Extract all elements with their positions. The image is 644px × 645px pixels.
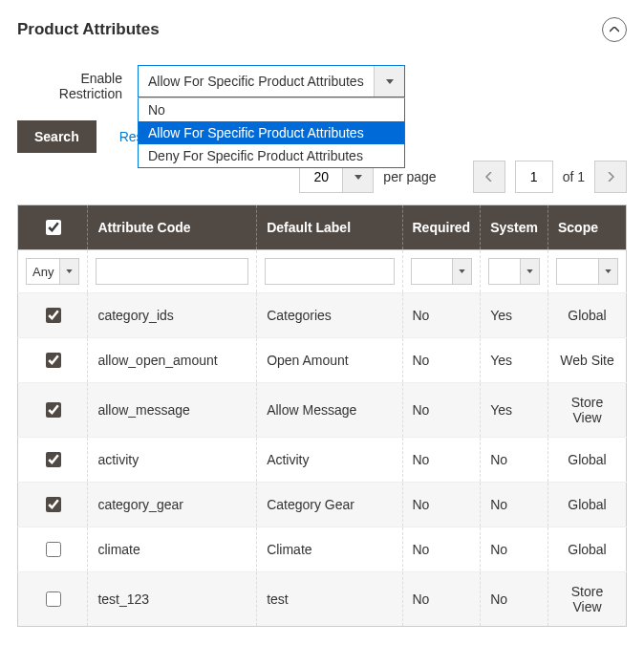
cell-attribute-code: allow_message	[88, 383, 257, 438]
cell-default-label: test	[257, 572, 402, 627]
caret-down-icon	[66, 269, 73, 273]
table-row[interactable]: test_123testNoNoStore View	[18, 572, 627, 627]
filter-attribute-code[interactable]	[96, 258, 248, 285]
table-row[interactable]: category_gearCategory GearNoNoGlobal	[18, 483, 627, 527]
cell-required: No	[402, 572, 481, 627]
filter-required-arrow[interactable]	[452, 259, 471, 284]
row-checkbox[interactable]	[46, 591, 61, 607]
table-row[interactable]: activityActivityNoNoGlobal	[18, 438, 627, 483]
cell-system: No	[481, 572, 548, 627]
enable-restriction-option[interactable]: Deny For Specific Product Attributes	[139, 144, 404, 167]
cell-required: No	[402, 527, 481, 572]
cell-scope: Web Site	[548, 338, 627, 383]
caret-down-icon	[354, 175, 362, 180]
page-title: Product Attributes	[17, 20, 160, 39]
cell-system: Yes	[481, 383, 548, 438]
cell-attribute-code: climate	[88, 527, 257, 572]
table-row[interactable]: allow_messageAllow MessageNoYesStore Vie…	[18, 383, 627, 438]
cell-default-label: Open Amount	[257, 338, 402, 383]
cell-system: No	[481, 438, 548, 483]
total-pages: of 1	[563, 169, 585, 184]
cell-attribute-code: test_123	[88, 572, 257, 627]
filter-checkbox-mode-value: Any	[27, 259, 59, 284]
cell-attribute-code: category_ids	[88, 293, 257, 338]
table-row[interactable]: category_idsCategoriesNoYesGlobal	[18, 293, 627, 338]
enable-restriction-select[interactable]: Allow For Specific Product Attributes	[138, 65, 405, 97]
cell-scope: Global	[548, 438, 627, 483]
row-checkbox[interactable]	[46, 497, 61, 512]
table-row[interactable]: allow_open_amountOpen AmountNoYesWeb Sit…	[18, 338, 627, 383]
caret-down-icon	[386, 79, 394, 84]
cell-default-label: Categories	[257, 293, 402, 338]
cell-system: No	[481, 527, 548, 572]
filter-system[interactable]	[488, 258, 540, 285]
filter-scope[interactable]	[556, 258, 618, 285]
search-button[interactable]: Search	[17, 120, 97, 153]
enable-restriction-option[interactable]: Allow For Specific Product Attributes	[139, 121, 404, 144]
cell-default-label: Allow Message	[257, 383, 402, 438]
enable-restriction-label: Enable Restriction	[27, 65, 122, 101]
column-header-checkbox	[18, 205, 88, 250]
cell-default-label: Activity	[257, 438, 402, 483]
row-checkbox[interactable]	[46, 402, 61, 418]
cell-default-label: Climate	[257, 527, 402, 572]
cell-required: No	[402, 293, 481, 338]
cell-attribute-code: category_gear	[88, 483, 257, 527]
cell-required: No	[402, 438, 481, 483]
cell-default-label: Category Gear	[257, 483, 402, 527]
filter-scope-value	[557, 259, 598, 284]
filter-required[interactable]	[411, 258, 473, 285]
chevron-up-icon	[610, 27, 619, 32]
current-page-input[interactable]	[515, 161, 553, 193]
row-checkbox[interactable]	[46, 542, 61, 557]
per-page-label: per page	[383, 169, 436, 184]
filter-default-label[interactable]	[265, 258, 394, 285]
cell-scope: Store View	[548, 572, 627, 627]
column-header-required[interactable]: Required	[402, 205, 481, 250]
select-all-checkbox[interactable]	[46, 220, 61, 235]
caret-down-icon	[605, 269, 612, 273]
chevron-right-icon	[608, 172, 614, 182]
cell-system: Yes	[481, 293, 548, 338]
filter-scope-arrow[interactable]	[598, 259, 617, 284]
cell-scope: Store View	[548, 383, 627, 438]
row-checkbox[interactable]	[46, 308, 61, 323]
enable-restriction-option[interactable]: No	[139, 98, 404, 121]
column-header-system[interactable]: System	[481, 205, 548, 250]
enable-restriction-dropdown: NoAllow For Specific Product AttributesD…	[138, 97, 405, 168]
cell-required: No	[402, 383, 481, 438]
cell-scope: Global	[548, 483, 627, 527]
collapse-toggle[interactable]	[602, 17, 627, 42]
cell-scope: Global	[548, 293, 627, 338]
cell-required: No	[402, 338, 481, 383]
filter-system-value	[489, 259, 520, 284]
row-checkbox[interactable]	[46, 353, 61, 368]
enable-restriction-value: Allow For Specific Product Attributes	[139, 66, 374, 97]
cell-system: No	[481, 483, 548, 527]
column-header-attribute-code[interactable]: Attribute Code	[88, 205, 257, 250]
cell-required: No	[402, 483, 481, 527]
filter-checkbox-mode-arrow[interactable]	[59, 259, 78, 284]
caret-down-icon	[459, 269, 465, 273]
attribute-grid: Attribute Code Default Label Required Sy…	[17, 204, 627, 627]
table-row[interactable]: climateClimateNoNoGlobal	[18, 527, 627, 572]
prev-page-button[interactable]	[473, 161, 505, 193]
chevron-left-icon	[485, 172, 492, 182]
cell-system: Yes	[481, 338, 548, 383]
enable-restriction-arrow[interactable]	[374, 66, 404, 97]
cell-attribute-code: activity	[88, 438, 257, 483]
filter-required-value	[412, 259, 453, 284]
row-checkbox[interactable]	[46, 452, 61, 467]
next-page-button[interactable]	[594, 161, 627, 193]
column-header-scope[interactable]: Scope	[548, 205, 627, 250]
column-header-default-label[interactable]: Default Label	[257, 205, 402, 250]
cell-scope: Global	[548, 527, 627, 572]
filter-system-arrow[interactable]	[520, 259, 539, 284]
filter-checkbox-mode[interactable]: Any	[26, 258, 79, 285]
caret-down-icon	[526, 269, 533, 273]
cell-attribute-code: allow_open_amount	[88, 338, 257, 383]
